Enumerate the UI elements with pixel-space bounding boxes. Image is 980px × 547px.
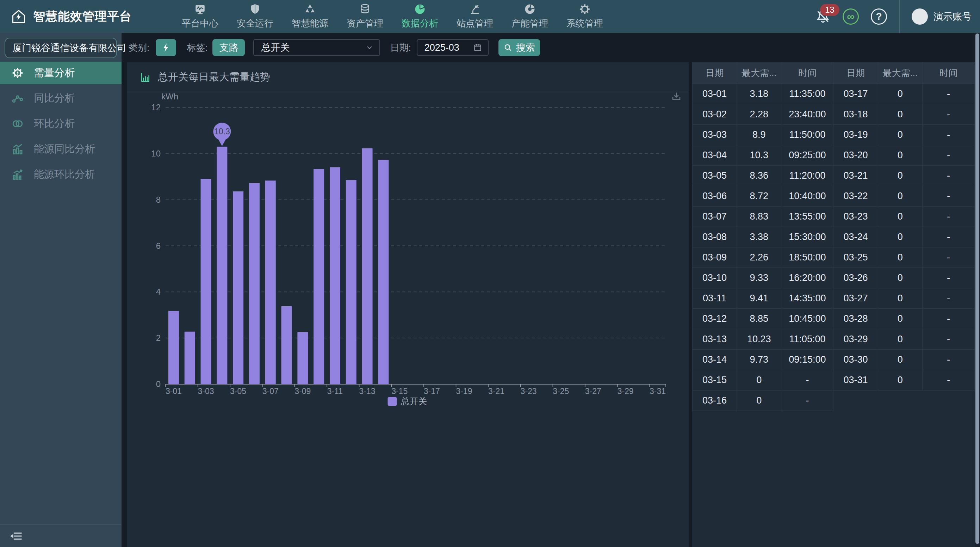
demand-trend-panel: 总开关每日最大需量趋势 kWh0246810123-013-033-053-07… <box>127 62 689 547</box>
chart-bar[interactable] <box>362 148 373 384</box>
table-row: 03-160- <box>692 391 975 411</box>
connection-status-icon[interactable]: ∞ <box>843 8 859 25</box>
collapse-sidebar-button[interactable] <box>9 530 23 542</box>
nav-label: 平台中心 <box>182 17 218 30</box>
chart-bar[interactable] <box>169 311 179 384</box>
top-navigation: 平台中心 安全运行 智慧能源 <box>182 3 603 30</box>
download-icon[interactable] <box>671 91 682 102</box>
device-select[interactable]: 总开关 <box>253 39 380 56</box>
table-cell: 03-21 <box>834 166 878 186</box>
table-cell: 3.38 <box>737 227 781 247</box>
chart-bar[interactable] <box>313 169 324 384</box>
nav-item-smart-energy[interactable]: 智慧能源 <box>292 3 328 30</box>
demand-trend-svg: kWh0246810123-013-033-053-073-093-113-13… <box>127 92 689 441</box>
table-cell: - <box>781 391 834 411</box>
table-cell: 10.23 <box>737 329 781 349</box>
nav-item-safe-operation[interactable]: 安全运行 <box>237 3 274 30</box>
gear-icon <box>579 3 591 15</box>
tag-branch-button[interactable]: 支路 <box>212 39 245 56</box>
table-cell: 0 <box>737 391 781 411</box>
chart-title: 总开关每日最大需量趋势 <box>158 70 270 84</box>
nav-item-asset-management[interactable]: 资产管理 <box>347 3 383 30</box>
chart-bar[interactable] <box>249 183 259 384</box>
table-row: 03-128.8510:45:0003-280- <box>692 309 975 329</box>
table-cell: 2.26 <box>737 247 781 268</box>
table-cell: 11:05:00 <box>781 329 834 349</box>
nav-label: 数据分析 <box>402 17 438 30</box>
sidebar-item-energy-mom-analysis[interactable]: 能源环比分析 <box>0 163 121 186</box>
table-cell: 0 <box>878 288 922 309</box>
table-cell: 0 <box>878 166 922 186</box>
svg-text:3-25: 3-25 <box>553 387 569 396</box>
topbar-divider <box>899 0 900 33</box>
table-cell: 03-07 <box>692 207 737 227</box>
nav-label: 智慧能源 <box>292 17 328 30</box>
col-header-max-demand: 最大需... <box>878 63 922 84</box>
notifications-button[interactable]: 13 <box>815 8 830 25</box>
sidebar-item-label: 能源环比分析 <box>34 167 95 182</box>
chart-bar[interactable] <box>330 167 340 384</box>
account-menu[interactable]: 演示账号 <box>912 8 972 25</box>
col-header-date: 日期 <box>692 63 737 84</box>
scrollbar-track[interactable] <box>975 33 980 547</box>
demand-table-panel: 日期 最大需... 时间 日期 最大需... 时间 03-013.1811:35… <box>692 62 975 547</box>
chart-bar[interactable] <box>185 332 195 384</box>
help-button[interactable]: ? <box>871 8 887 25</box>
svg-text:3-03: 3-03 <box>197 387 214 396</box>
chart-bar[interactable] <box>201 179 212 384</box>
table-cell: 13:55:00 <box>781 207 834 227</box>
nav-item-capacity-management[interactable]: 产能管理 <box>511 3 548 30</box>
table-cell: 0 <box>878 104 922 125</box>
nav-item-site-management[interactable]: 站点管理 <box>457 3 493 30</box>
table-cell: 03-01 <box>692 84 737 104</box>
table-cell: 16:20:00 <box>781 268 834 288</box>
chart-bar[interactable] <box>233 191 243 384</box>
linked-nodes-icon <box>11 92 24 105</box>
table-cell: 03-13 <box>692 329 737 349</box>
scrollbar-thumb[interactable] <box>975 33 979 544</box>
sidebar-item-demand-analysis[interactable]: 需量分析 <box>0 62 121 84</box>
demand-trend-chart[interactable]: kWh0246810123-013-033-053-073-093-113-13… <box>127 92 689 441</box>
table-cell: 03-23 <box>834 207 878 227</box>
account-name: 演示账号 <box>934 10 972 23</box>
chart-panel-header: 总开关每日最大需量趋势 <box>127 62 689 92</box>
legend-label[interactable]: 总开关 <box>401 396 427 406</box>
sidebar-item-energy-yoy-analysis[interactable]: 能源同比分析 <box>0 138 121 160</box>
search-button[interactable]: 搜索 <box>498 39 540 56</box>
chart-bar[interactable] <box>282 306 292 384</box>
chart-bar[interactable] <box>216 147 227 384</box>
svg-text:10: 10 <box>151 149 161 158</box>
chart-bar[interactable] <box>265 180 276 384</box>
nav-item-system-management[interactable]: 系统管理 <box>566 3 603 30</box>
table-cell: - <box>922 227 974 247</box>
table-cell: 11:50:00 <box>781 125 834 145</box>
category-electric-button[interactable] <box>156 39 176 56</box>
date-picker[interactable]: 2025-03 <box>417 39 488 56</box>
table-row: 03-0410.309:25:0003-200- <box>692 145 975 166</box>
company-select-value: 厦门锐谷通信设备有限公司 <box>12 41 126 54</box>
table-cell: 9.33 <box>737 268 781 288</box>
svg-text:4: 4 <box>156 287 161 297</box>
lightning-bolt-icon <box>161 43 171 53</box>
table-cell: 03-04 <box>692 145 737 166</box>
sidebar-item-mom-analysis[interactable]: 环比分析 <box>0 112 121 135</box>
house-bolt-logo-icon <box>11 8 27 25</box>
chart-bar[interactable] <box>378 159 388 384</box>
table-cell: - <box>922 145 974 166</box>
sidebar-item-yoy-analysis[interactable]: 同比分析 <box>0 87 121 110</box>
table-cell: - <box>922 329 974 349</box>
company-select[interactable]: 厦门锐谷通信设备有限公司 <box>5 38 117 58</box>
table-cell: 0 <box>878 125 922 145</box>
table-cell: 11:20:00 <box>781 166 834 186</box>
panels: 总开关每日最大需量趋势 kWh0246810123-013-033-053-07… <box>121 62 980 547</box>
table-cell: - <box>922 166 974 186</box>
chart-bar[interactable] <box>346 180 356 384</box>
nav-item-data-analysis[interactable]: 数据分析 <box>402 3 438 30</box>
svg-text:2: 2 <box>156 333 161 343</box>
legend-swatch[interactable] <box>388 397 397 406</box>
nav-item-platform-center[interactable]: 平台中心 <box>182 3 218 30</box>
table-cell <box>834 391 878 411</box>
chart-bar[interactable] <box>298 332 308 384</box>
table-cell: 03-17 <box>834 84 878 104</box>
svg-text:10.3: 10.3 <box>214 127 230 136</box>
